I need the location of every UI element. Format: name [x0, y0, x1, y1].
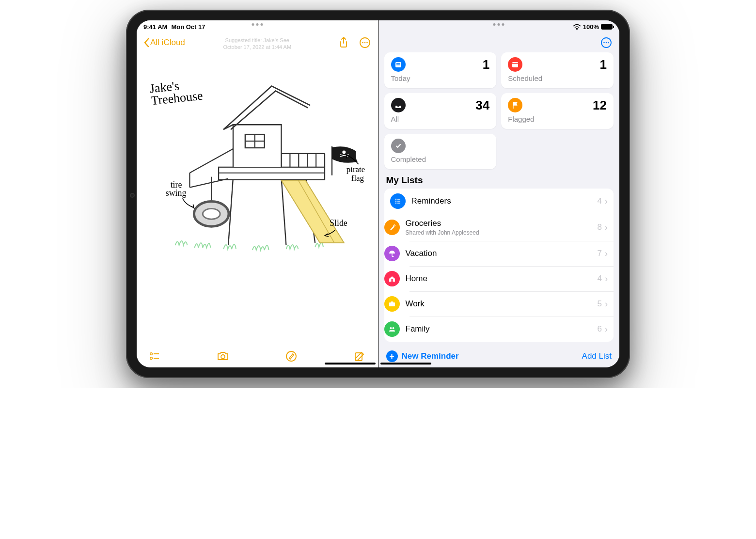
- svg-point-27: [342, 150, 346, 154]
- card-today-label: Today: [391, 74, 490, 82]
- svg-point-42: [606, 42, 607, 44]
- list-row[interactable]: Home4›: [384, 266, 614, 291]
- share-icon: [339, 37, 348, 48]
- svg-rect-46: [396, 63, 400, 64]
- battery-pct: 100%: [583, 23, 599, 31]
- lists-container: Reminders4›GroceriesShared with John App…: [384, 189, 614, 342]
- chevron-right-icon: ›: [605, 222, 608, 233]
- back-button[interactable]: All iCloud: [143, 38, 185, 48]
- svg-text:pirate: pirate: [346, 165, 365, 174]
- card-flagged[interactable]: 12 Flagged: [501, 93, 614, 129]
- compose-button[interactable]: [353, 350, 366, 363]
- list-count: 4: [598, 196, 602, 206]
- chevron-right-icon: ›: [605, 196, 608, 206]
- battery-icon: [601, 24, 613, 30]
- more-button[interactable]: [359, 36, 371, 49]
- card-all-count: 34: [475, 98, 489, 113]
- briefcase-icon: [384, 296, 400, 312]
- list-count: 7: [598, 249, 602, 258]
- svg-rect-55: [391, 279, 393, 282]
- list-row[interactable]: Reminders4›: [384, 189, 614, 214]
- list-subtitle: Shared with John Appleseed: [406, 229, 479, 236]
- list-name: Work: [406, 299, 425, 309]
- reminders-body: 1 Today 1 Scheduled: [378, 52, 620, 345]
- new-reminder-button[interactable]: + New Reminder: [386, 350, 459, 362]
- reminders-app: 100% 1: [378, 20, 620, 367]
- list-row[interactable]: Work5›: [384, 291, 614, 317]
- status-date: Mon Oct 17: [171, 23, 205, 31]
- note-canvas[interactable]: tire swing pirate flag Slide Jake's Tree…: [137, 52, 378, 345]
- list-row[interactable]: GroceriesShared with John Appleseed8›: [384, 214, 614, 241]
- card-completed-label: Completed: [391, 155, 490, 163]
- card-all-label: All: [391, 115, 490, 123]
- checklist-icon: [149, 351, 160, 362]
- calendar-today-icon: [391, 57, 406, 72]
- svg-line-22: [189, 179, 228, 188]
- list-count: 8: [598, 222, 602, 232]
- chevron-right-icon: ›: [605, 249, 608, 259]
- front-camera: [131, 194, 134, 197]
- list-row[interactable]: Vacation7›: [384, 241, 614, 266]
- svg-point-59: [392, 327, 394, 329]
- markup-button[interactable]: [285, 350, 298, 363]
- add-list-label: Add List: [582, 351, 612, 361]
- svg-point-1: [362, 42, 363, 44]
- card-scheduled[interactable]: 1 Scheduled: [501, 52, 614, 88]
- home-indicator[interactable]: [325, 363, 431, 365]
- house-icon: [384, 271, 400, 286]
- camera-button[interactable]: [217, 350, 229, 363]
- list-name: Home: [406, 274, 427, 284]
- back-label: All iCloud: [150, 38, 185, 48]
- card-all[interactable]: 34 All: [384, 93, 497, 129]
- list-count: 4: [598, 274, 602, 284]
- card-scheduled-count: 1: [600, 57, 607, 72]
- sketch-title: Jake's Treehouse: [149, 78, 204, 107]
- list-row[interactable]: Family6›: [384, 317, 614, 342]
- checkmark-icon: [391, 139, 406, 153]
- checklist-button[interactable]: [148, 350, 161, 363]
- ellipsis-circle-icon: [359, 37, 371, 48]
- wifi-icon: [573, 24, 581, 30]
- chevron-right-icon: ›: [605, 274, 608, 284]
- reminders-more-button[interactable]: [600, 36, 613, 49]
- list-count: 6: [598, 324, 602, 334]
- share-button[interactable]: [337, 36, 350, 49]
- umbrella-icon: [384, 246, 400, 261]
- note-subtitle: Suggested title: Jake's See October 17, …: [223, 37, 291, 51]
- svg-rect-57: [391, 301, 393, 303]
- svg-point-34: [150, 357, 153, 360]
- status-time: 9:41 AM: [143, 23, 167, 31]
- svg-line-5: [281, 178, 286, 245]
- chevron-right-icon: ›: [605, 324, 608, 334]
- my-lists-title: My Lists: [386, 175, 612, 186]
- card-today[interactable]: 1 Today: [384, 52, 497, 88]
- flag-icon: [508, 98, 522, 112]
- card-flagged-label: Flagged: [508, 115, 607, 123]
- svg-point-2: [364, 42, 365, 44]
- ellipsis-circle-icon: [600, 37, 612, 48]
- list-count: 5: [598, 299, 602, 309]
- card-scheduled-label: Scheduled: [508, 74, 607, 82]
- status-bar-left: 9:41 AM Mon Oct 17: [137, 20, 378, 33]
- svg-rect-45: [396, 64, 400, 65]
- compose-icon: [354, 350, 365, 362]
- card-flagged-count: 12: [593, 98, 607, 113]
- add-list-button[interactable]: Add List: [582, 351, 612, 361]
- list-name: Groceries: [406, 219, 479, 228]
- plus-circle-icon: +: [386, 350, 398, 362]
- notes-app: 9:41 AM Mon Oct 17 All iCloud: [137, 20, 378, 367]
- multitask-dots-icon[interactable]: [493, 23, 504, 26]
- svg-point-3: [366, 42, 368, 44]
- svg-point-41: [603, 42, 605, 44]
- chevron-left-icon: [143, 38, 149, 48]
- svg-point-51: [395, 203, 396, 204]
- svg-point-49: [395, 199, 396, 200]
- svg-text:Slide: Slide: [330, 218, 347, 228]
- screen: 9:41 AM Mon Oct 17 All iCloud: [137, 20, 619, 367]
- svg-point-37: [221, 355, 225, 359]
- svg-text:swing: swing: [166, 189, 187, 198]
- multitask-dots-icon[interactable]: [252, 23, 263, 26]
- card-completed[interactable]: Completed: [384, 134, 497, 169]
- card-today-count: 1: [483, 57, 489, 72]
- camera-icon: [217, 351, 229, 362]
